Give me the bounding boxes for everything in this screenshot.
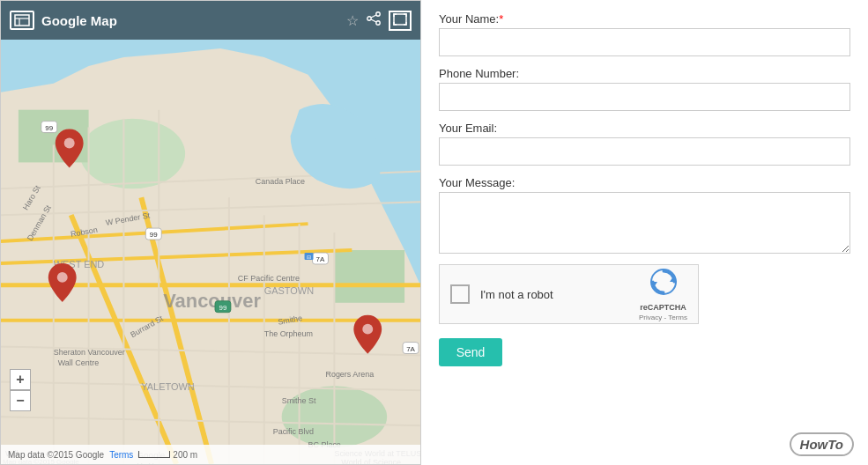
svg-text:Vancouver: Vancouver xyxy=(163,290,261,312)
svg-text:The Orpheum: The Orpheum xyxy=(264,329,313,338)
captcha-logo: reCAPTCHA Privacy - Terms xyxy=(639,268,687,321)
svg-point-70 xyxy=(57,272,68,283)
svg-text:Wall Centre: Wall Centre xyxy=(58,358,99,367)
svg-point-3 xyxy=(376,11,380,15)
phone-input[interactable] xyxy=(439,83,850,111)
form-panel: Your Name:* Phone Number: Your Email: Yo… xyxy=(421,0,868,465)
svg-text:YALETOWN: YALETOWN xyxy=(141,381,194,392)
svg-text:GASTOWN: GASTOWN xyxy=(264,285,314,296)
scale-label: 200 m xyxy=(173,450,197,460)
name-input[interactable] xyxy=(439,28,850,56)
zoom-out-button[interactable]: − xyxy=(10,390,31,411)
svg-rect-8 xyxy=(394,14,406,25)
fullscreen-icon[interactable] xyxy=(389,11,412,31)
captcha-privacy-links: Privacy - Terms xyxy=(639,314,687,321)
svg-text:Sheraton Vancouver: Sheraton Vancouver xyxy=(54,349,125,358)
map-copyright: Map data ©2015 Google xyxy=(8,450,104,460)
name-group: Your Name:* xyxy=(439,12,850,56)
zoom-in-button[interactable]: + xyxy=(10,369,31,390)
svg-point-5 xyxy=(376,20,380,24)
svg-text:Smithe St: Smithe St xyxy=(282,396,316,405)
share-icon[interactable] xyxy=(366,11,382,30)
howto-badge: HowTo xyxy=(790,432,854,456)
name-label: Your Name:* xyxy=(439,12,850,26)
map-footer: Map data ©2015 Google Terms 200 m xyxy=(1,445,420,464)
email-group: Your Email: xyxy=(439,122,850,166)
svg-text:99: 99 xyxy=(219,304,227,312)
svg-text:⊟: ⊟ xyxy=(307,255,311,260)
star-icon[interactable]: ☆ xyxy=(346,12,359,29)
send-button[interactable]: Send xyxy=(439,338,502,366)
svg-rect-0 xyxy=(15,15,29,26)
phone-label: Phone Number: xyxy=(439,67,850,80)
terms-link[interactable]: Terms xyxy=(109,450,133,460)
captcha-checkbox[interactable] xyxy=(450,284,470,304)
phone-group: Phone Number: xyxy=(439,67,850,111)
map-title: Google Map xyxy=(41,13,339,28)
captcha-brand-text: reCAPTCHA xyxy=(640,303,686,312)
svg-text:7A: 7A xyxy=(316,255,325,263)
map-panel: Google Map ☆ xyxy=(0,0,421,465)
map-toolbar: Google Map ☆ xyxy=(1,1,420,40)
map-container[interactable]: Vancouver WEST END GASTOWN YALETOWN Haro… xyxy=(1,40,420,464)
svg-point-4 xyxy=(367,16,371,19)
recaptcha-icon xyxy=(649,268,678,301)
svg-line-6 xyxy=(371,15,376,18)
captcha-label: I'm not a robot xyxy=(480,288,628,301)
map-icon xyxy=(10,11,34,30)
svg-text:Pacific Blvd: Pacific Blvd xyxy=(273,427,314,436)
captcha-box: I'm not a robot reCAPTCHA Privacy - Term… xyxy=(439,264,699,324)
required-star: * xyxy=(499,12,503,26)
svg-line-7 xyxy=(371,19,376,22)
scale-bar: 200 m xyxy=(138,450,197,460)
svg-text:CF Pacific Centre: CF Pacific Centre xyxy=(238,274,300,283)
svg-text:7A: 7A xyxy=(406,345,415,353)
svg-rect-14 xyxy=(334,250,404,303)
email-input[interactable] xyxy=(439,137,850,166)
map-zoom-controls: + − xyxy=(10,369,31,411)
message-group: Your Message: xyxy=(439,176,850,254)
svg-text:Rogers Arena: Rogers Arena xyxy=(325,370,374,379)
svg-text:Canada Place: Canada Place xyxy=(256,177,305,186)
svg-point-11 xyxy=(80,119,185,189)
email-label: Your Email: xyxy=(439,122,850,135)
svg-point-72 xyxy=(362,324,373,335)
svg-point-68 xyxy=(64,138,75,149)
message-textarea[interactable] xyxy=(439,192,850,254)
svg-text:99: 99 xyxy=(45,124,53,132)
svg-text:99: 99 xyxy=(150,231,158,239)
message-label: Your Message: xyxy=(439,176,850,189)
